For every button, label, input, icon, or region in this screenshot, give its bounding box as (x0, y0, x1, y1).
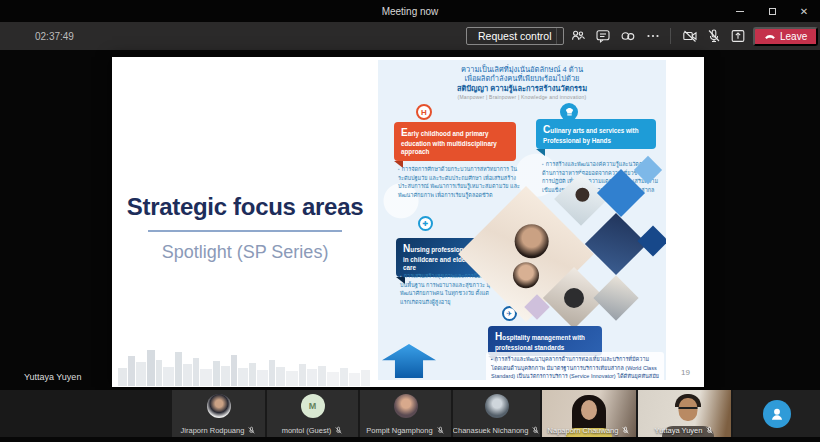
minimize-button[interactable] (724, 0, 756, 22)
toolbar-divider (556, 28, 557, 44)
city-skyline-graphic (116, 342, 378, 386)
participant-video-tile-yuttaya[interactable]: Yuttaya Yuyen (638, 390, 731, 437)
participant-name: Chanasuek Nichanong (453, 426, 528, 435)
leave-call-icon (764, 31, 776, 43)
participants-icon (570, 28, 586, 44)
close-icon: ✕ (800, 6, 808, 17)
leave-button[interactable]: Leave (753, 27, 818, 46)
avatar (394, 394, 418, 418)
participant-tile-pompit[interactable]: Pompit Ngamphong (360, 390, 451, 437)
request-control-button[interactable]: Request control (466, 27, 564, 45)
mic-off-icon (436, 426, 445, 435)
leave-button-label: Leave (780, 31, 807, 42)
slide-left-column: Strategic focus areas Spotlight (SP Seri… (112, 57, 378, 387)
breakout-rooms-icon (620, 28, 636, 44)
up-arrow-graphic (382, 344, 436, 378)
share-screen-button[interactable] (729, 28, 747, 44)
section-label: Early childhood and primary education wi… (401, 130, 497, 155)
participant-name-row: montol (Guest) (267, 426, 358, 435)
participant-name: Napaporn Chauwang (548, 426, 619, 435)
participants-button[interactable] (569, 28, 587, 44)
person-icon (768, 405, 786, 423)
mic-toggle-button[interactable] (705, 28, 723, 44)
shared-screen-stage: Strategic focus areas Spotlight (SP Seri… (0, 50, 820, 390)
slide-subtitle: Spotlight (SP Series) (112, 242, 378, 263)
participant-tile-jiraporn[interactable]: Jiraporn Rodpuang (172, 390, 265, 437)
video-person-face (581, 400, 597, 420)
section-bullet-early-childhood: การจัดการศึกษาด้วยกระบวนการสหวิทยาการ ใน… (398, 165, 520, 199)
participant-name-row: Jiraporn Rodpuang (172, 426, 265, 435)
more-options-button[interactable] (644, 28, 662, 44)
section-banner-early-childhood: Early childhood and primary education wi… (394, 122, 516, 161)
close-button[interactable]: ✕ (788, 0, 820, 22)
camera-off-icon (682, 28, 698, 44)
panel-heading-line3: สติปัญญา ความรู้และการสร้างนวัตกรรม (378, 84, 666, 93)
more-options-icon (645, 28, 661, 44)
mic-off-icon (247, 426, 256, 435)
section-banner-culinary: Culinary arts and services with Professi… (536, 119, 656, 149)
video-person-glasses (679, 407, 698, 410)
participant-name-row: Napaporn Chauwang (542, 426, 636, 435)
meeting-timer: 02:37:49 (35, 31, 74, 42)
presenter-name-label: Yuttaya Yuyen (24, 372, 81, 382)
chat-button[interactable] (594, 28, 612, 44)
window-titlebar: Meeting now ✕ (0, 0, 820, 22)
mic-off-icon (334, 426, 343, 435)
mic-off-icon (705, 426, 714, 435)
toolbar-divider (670, 28, 671, 44)
slide-title-rule (148, 230, 342, 232)
share-screen-icon (730, 28, 746, 44)
ribbon-fold (536, 149, 545, 156)
participant-name: montol (Guest) (282, 426, 332, 435)
avatar (485, 394, 509, 418)
mic-off-icon (531, 426, 540, 435)
participant-name: Yuttaya Yuyen (655, 426, 703, 435)
participant-video-tile-napaporn[interactable]: Napaporn Chauwang (542, 390, 636, 437)
taskbar-strip (0, 437, 820, 442)
participant-name-row: Chanasuek Nichanong (453, 426, 540, 435)
teams-meeting-window: Meeting now ✕ 02:37:49 Request control (0, 0, 820, 442)
self-avatar (763, 400, 791, 428)
slide-page-number: 19 (681, 368, 690, 377)
chat-icon (595, 28, 611, 44)
participant-name: Jiraporn Rodpuang (181, 426, 245, 435)
panel-heading-line2: เพื่อผลิตกำลังคนที่เพียบพร้อมไปด้วย (378, 74, 666, 83)
section-bullet-hospitality: การสร้างและพัฒนาบุคลากรด้านการท่องเที่ยว… (486, 352, 664, 380)
minimize-icon (736, 11, 744, 12)
section-bullet-nursing: การเสริมสร้างสุขภาพและการป้องกันบนพื้นฐา… (400, 272, 494, 306)
window-controls: ✕ (724, 0, 820, 22)
participant-name: Pompit Ngamphong (366, 426, 432, 435)
section-label: Hospitality management with professional… (495, 334, 585, 351)
mic-off-icon (706, 28, 722, 44)
participant-tile-chanasuek[interactable]: Chanasuek Nichanong (453, 390, 540, 437)
medical-cross-icon: ✚ (418, 216, 433, 231)
section-label: Culinary arts and services with Professi… (543, 127, 638, 144)
presentation-slide: Strategic focus areas Spotlight (SP Seri… (112, 57, 704, 387)
panel-heading: ความเป็นเลิศที่มุ่งเน้นอัตลักษณ์ 4 ด้าน … (378, 65, 666, 100)
panel-heading-line1: ความเป็นเลิศที่มุ่งเน้นอัตลักษณ์ 4 ด้าน (378, 65, 666, 74)
maximize-button[interactable] (756, 0, 788, 22)
participants-bar: +310 MC Jiraporn Rodpuang M montol (Gues… (0, 390, 820, 437)
mic-off-icon (621, 426, 630, 435)
camera-toggle-button[interactable] (681, 28, 699, 44)
breakout-rooms-button[interactable] (619, 28, 637, 44)
maximize-icon (769, 8, 776, 15)
slide-title: Strategic focus areas (112, 193, 378, 221)
photo-diamond-cabin-crew (585, 213, 647, 275)
participant-tile-montol[interactable]: M montol (Guest) (267, 390, 358, 437)
panel-heading-subline: (Manpower | Brainpower | Knowledge and i… (378, 94, 666, 100)
infographic-panel: ความเป็นเลิศที่มุ่งเน้นอัตลักษณ์ 4 ด้าน … (378, 60, 666, 380)
photo-diamond-person (593, 275, 638, 320)
h-badge-icon: H (416, 104, 432, 120)
window-title: Meeting now (382, 6, 439, 17)
avatar-initial: M (301, 394, 325, 418)
avatar (207, 394, 231, 418)
participant-name-row: Yuttaya Yuyen (638, 426, 731, 435)
participant-name-row: Pompit Ngamphong (360, 426, 451, 435)
blue-diamond (637, 225, 666, 256)
meeting-toolbar: 02:37:49 Request control (0, 22, 820, 50)
self-tile[interactable] (733, 390, 820, 437)
